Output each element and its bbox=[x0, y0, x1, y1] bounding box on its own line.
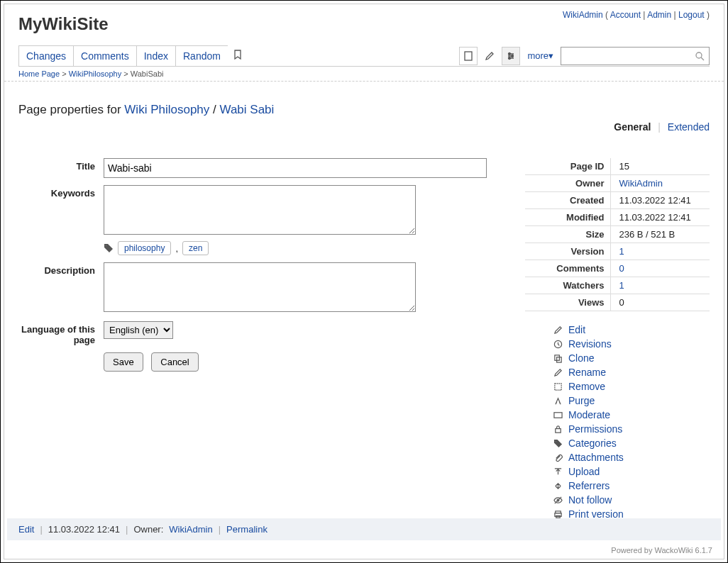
user-link[interactable]: WikiAdmin bbox=[563, 10, 603, 20]
action-categories[interactable]: Categories bbox=[568, 437, 617, 449]
action-attachments[interactable]: Attachments bbox=[568, 452, 624, 463]
action-upload[interactable]: Upload bbox=[568, 466, 600, 477]
tab-comments[interactable]: Comments bbox=[73, 45, 137, 66]
action-not-follow[interactable]: Not follow bbox=[568, 494, 612, 506]
search-box[interactable] bbox=[561, 47, 710, 65]
site-title: MyWikiSite bbox=[18, 10, 108, 34]
svg-point-2 bbox=[512, 55, 514, 57]
paperclip-icon bbox=[553, 453, 563, 462]
properties-icon[interactable] bbox=[502, 47, 520, 65]
action-permissions[interactable]: Permissions bbox=[568, 423, 622, 435]
pencil-icon bbox=[553, 368, 563, 377]
page-link-parent[interactable]: Wiki Philosophy bbox=[124, 103, 209, 116]
property-tabs: General | Extended bbox=[18, 121, 710, 133]
edit-icon[interactable] bbox=[480, 47, 499, 65]
breadcrumb-current: WabiSabi bbox=[131, 69, 164, 78]
action-remove[interactable]: Remove bbox=[568, 381, 605, 392]
title-input[interactable] bbox=[104, 158, 487, 178]
keywords-input[interactable] bbox=[104, 185, 416, 235]
svg-point-4 bbox=[696, 52, 702, 58]
page-actions: Edit Revisions Clone Rename Remove Purge… bbox=[553, 323, 710, 521]
breadcrumb-home[interactable]: Home Page bbox=[18, 69, 60, 78]
user-info: WikiAdmin ( Account | Admin | Logout ) bbox=[563, 10, 710, 20]
meta-size: 236 B / 521 B bbox=[610, 226, 710, 243]
print-icon bbox=[553, 510, 563, 519]
svg-rect-9 bbox=[555, 383, 561, 389]
breadcrumb-parent[interactable]: WikiPhilosophy bbox=[69, 69, 122, 78]
language-label: Language of this page bbox=[18, 321, 104, 345]
page-title: Page properties for Wiki Philosophy / Wa… bbox=[18, 103, 710, 117]
svg-point-3 bbox=[509, 57, 511, 59]
svg-rect-0 bbox=[465, 52, 472, 60]
meta-comments[interactable]: 0 bbox=[619, 263, 624, 274]
tag-icon bbox=[104, 243, 114, 253]
meta-owner[interactable]: WikiAdmin bbox=[619, 178, 663, 189]
tab-random[interactable]: Random bbox=[175, 45, 228, 66]
footer: Edit | 11.03.2022 12:41 | Owner: WikiAdm… bbox=[7, 518, 721, 540]
svg-point-12 bbox=[555, 440, 556, 442]
meta-page-id: 15 bbox=[610, 158, 710, 175]
tag-zen[interactable]: zen bbox=[182, 241, 209, 255]
footer-permalink[interactable]: Permalink bbox=[226, 524, 268, 535]
meta-table: Page ID15 OwnerWikiAdmin Created11.03.20… bbox=[525, 158, 710, 311]
admin-link[interactable]: Admin bbox=[647, 10, 671, 20]
action-purge[interactable]: Purge bbox=[568, 395, 595, 406]
action-edit[interactable]: Edit bbox=[568, 324, 585, 335]
tab-changes[interactable]: Changes bbox=[18, 45, 74, 66]
action-revisions[interactable]: Revisions bbox=[568, 338, 612, 350]
description-label: Description bbox=[18, 262, 104, 314]
footer-owner[interactable]: WikiAdmin bbox=[169, 524, 212, 535]
svg-point-1 bbox=[509, 52, 511, 55]
svg-rect-11 bbox=[556, 428, 561, 433]
svg-rect-10 bbox=[554, 412, 562, 417]
tag-separator: , bbox=[175, 243, 178, 254]
meta-views: 0 bbox=[610, 294, 710, 311]
svg-point-5 bbox=[106, 245, 107, 247]
clone-icon bbox=[553, 354, 563, 363]
purge-icon bbox=[553, 396, 563, 406]
tab-index[interactable]: Index bbox=[136, 45, 176, 66]
nav-tabs: Changes Comments Index Random bbox=[18, 45, 247, 66]
logout-link[interactable]: Logout bbox=[678, 10, 705, 20]
powered-by: Powered by WackoWiki 6.1.7 bbox=[611, 546, 712, 554]
tag-philosophy[interactable]: philosophy bbox=[118, 241, 171, 255]
new-page-icon[interactable] bbox=[459, 47, 478, 65]
footer-owner-label: Owner: bbox=[133, 524, 163, 535]
meta-version[interactable]: 1 bbox=[619, 246, 624, 257]
keywords-label: Keywords bbox=[18, 185, 104, 255]
upload-icon bbox=[553, 467, 563, 476]
cancel-button[interactable]: Cancel bbox=[151, 352, 198, 372]
title-label: Title bbox=[18, 158, 104, 178]
pencil-icon bbox=[553, 325, 563, 335]
save-button[interactable]: Save bbox=[104, 352, 143, 372]
clock-icon bbox=[553, 340, 563, 349]
moderate-icon bbox=[553, 411, 563, 420]
tag-icon bbox=[553, 439, 563, 448]
footer-timestamp: 11.03.2022 12:41 bbox=[48, 524, 120, 535]
tab-extended[interactable]: Extended bbox=[668, 121, 710, 133]
description-input[interactable] bbox=[104, 262, 416, 312]
footer-edit[interactable]: Edit bbox=[18, 524, 34, 535]
action-moderate[interactable]: Moderate bbox=[568, 409, 610, 420]
referrers-icon bbox=[553, 481, 563, 491]
meta-watchers[interactable]: 1 bbox=[619, 280, 624, 291]
meta-created: 11.03.2022 12:41 bbox=[610, 192, 710, 209]
language-select[interactable]: English (en) bbox=[104, 321, 173, 339]
meta-modified: 11.03.2022 12:41 bbox=[610, 209, 710, 226]
action-referrers[interactable]: Referrers bbox=[568, 480, 610, 491]
action-rename[interactable]: Rename bbox=[568, 367, 606, 378]
tab-general[interactable]: General bbox=[614, 121, 651, 133]
more-dropdown[interactable]: more▾ bbox=[527, 50, 553, 61]
account-link[interactable]: Account bbox=[610, 10, 641, 20]
page-link-current[interactable]: Wabi Sabi bbox=[219, 103, 274, 116]
eye-off-icon bbox=[553, 496, 563, 505]
bookmark-icon[interactable] bbox=[228, 45, 248, 66]
search-input[interactable] bbox=[566, 50, 695, 62]
remove-icon bbox=[553, 382, 563, 391]
breadcrumb: Home Page > WikiPhilosophy > WabiSabi bbox=[4, 67, 724, 82]
search-icon[interactable] bbox=[695, 51, 705, 61]
lock-icon bbox=[553, 425, 563, 434]
action-clone[interactable]: Clone bbox=[568, 352, 595, 364]
